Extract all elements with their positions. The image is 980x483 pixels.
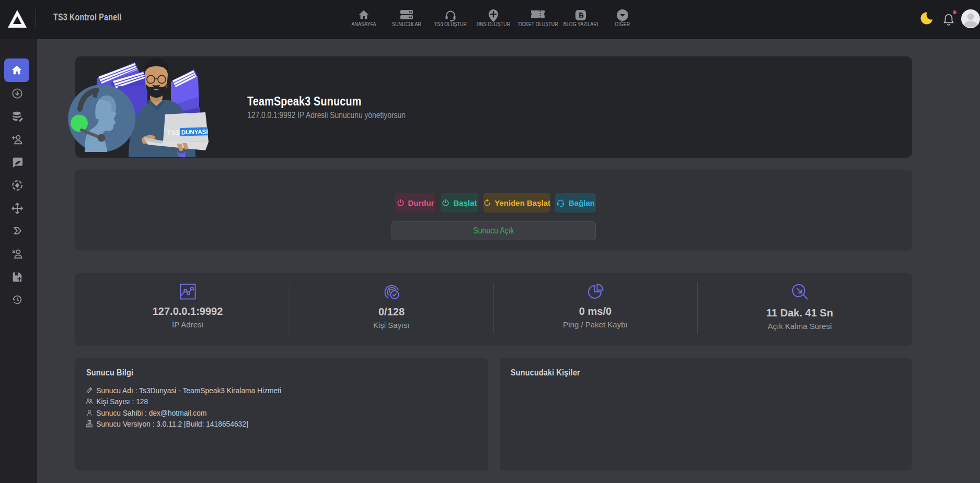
svg-text:TS3: TS3: [167, 128, 180, 137]
svg-text:DUNYASI: DUNYASI: [181, 128, 208, 135]
